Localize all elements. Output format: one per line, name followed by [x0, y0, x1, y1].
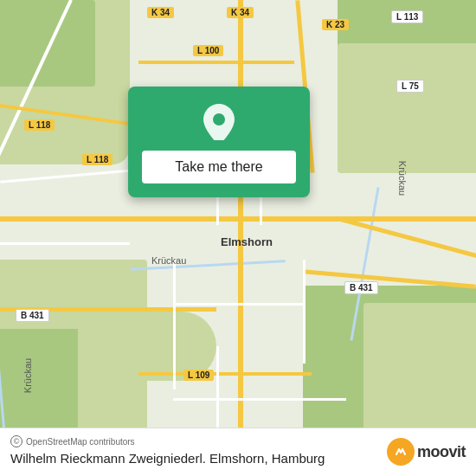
take-me-there-button[interactable]: Take me there — [142, 151, 296, 183]
map-pin-icon — [203, 104, 235, 140]
map-label-elmshorn: Elmshorn — [221, 235, 273, 248]
road-label-l113: L 113 — [391, 10, 423, 23]
minor-road-3 — [173, 260, 176, 389]
map-label-kruckau-center: Krückau — [151, 255, 186, 266]
moovit-text: moovit — [417, 443, 466, 461]
road-label-l118-2: L 118 — [82, 154, 113, 165]
road-label-l109: L 109 — [183, 370, 214, 381]
moovit-logo: moovit — [387, 438, 466, 466]
road-label-l75: L 75 — [396, 80, 424, 93]
road-label-l100: L 100 — [193, 45, 223, 56]
minor-road-4 — [303, 260, 306, 363]
copyright-icon: © — [10, 435, 23, 447]
road-label-k34-1: K 34 — [147, 7, 174, 18]
svg-point-0 — [213, 113, 225, 125]
location-card: Take me there — [128, 87, 310, 197]
road-label-l118-1: L 118 — [24, 119, 55, 131]
road-label-b431-right: B 431 — [344, 281, 378, 294]
info-bar: © OpenStreetMap contributors Wilhelm Rie… — [0, 428, 476, 476]
osm-text: OpenStreetMap contributors — [26, 437, 135, 447]
road-label-k34-2: K 34 — [227, 7, 254, 18]
forest-nw — [0, 0, 95, 87]
road-label-k23: K 23 — [322, 19, 349, 30]
map-label-kruckau-west: Krückau — [23, 358, 33, 393]
minor-road-2 — [0, 242, 130, 245]
minor-road-7 — [173, 398, 346, 401]
map-container: K 34 K 34 K 23 L 113 L 100 L 75 L 118 L … — [0, 0, 476, 476]
green-ne — [338, 43, 476, 173]
green-se — [363, 303, 476, 433]
road-l109 — [138, 372, 312, 376]
road-label-b431-left: B 431 — [16, 309, 49, 322]
moovit-icon — [387, 438, 415, 466]
minor-road-5 — [173, 303, 303, 306]
map-label-kruckau-east: Krückau — [397, 161, 408, 196]
road-l100 — [138, 61, 294, 64]
